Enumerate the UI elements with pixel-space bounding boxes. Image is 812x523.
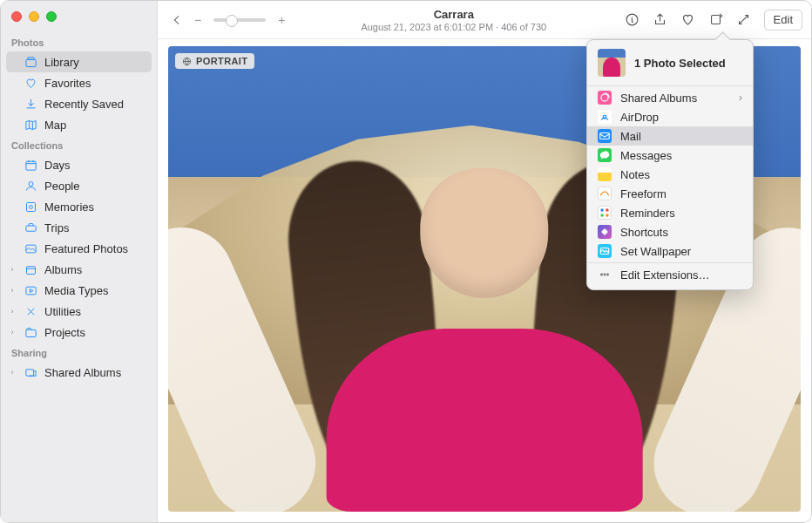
share-item-reminders[interactable]: Reminders xyxy=(587,203,753,222)
zoom-slider[interactable] xyxy=(213,18,266,22)
svg-point-22 xyxy=(606,214,609,217)
disclosure-arrow-icon[interactable]: › xyxy=(8,265,17,274)
share-item-freeform[interactable]: Freeform xyxy=(587,184,753,203)
svg-rect-12 xyxy=(25,369,33,376)
sidebar-section-photos: Photos xyxy=(1,32,157,51)
back-button[interactable] xyxy=(166,10,187,31)
minimize-window-button[interactable] xyxy=(29,11,39,22)
zoom-in-label: + xyxy=(278,13,285,27)
heart-icon xyxy=(24,76,37,90)
extensions-icon xyxy=(598,268,612,282)
share-item-label: Freeform xyxy=(620,187,667,200)
sidebar-item-label: Featured Photos xyxy=(44,242,128,255)
sidebar-item-albums[interactable]: › Albums xyxy=(1,259,157,280)
svg-point-16 xyxy=(601,94,608,101)
favorite-button[interactable] xyxy=(675,8,701,32)
photo-subtitle: August 21, 2023 at 6:01:02 PM · 406 of 7… xyxy=(295,22,612,32)
svg-rect-18 xyxy=(600,133,610,139)
share-item-shortcuts[interactable]: Shortcuts xyxy=(587,222,753,241)
main-content: − + Carrara August 21, 2023 at 6:01:02 P… xyxy=(158,1,811,522)
share-item-notes[interactable]: Notes xyxy=(587,165,753,184)
svg-point-3 xyxy=(29,181,33,186)
sidebar-item-recently-saved[interactable]: Recently Saved xyxy=(1,93,157,114)
share-item-mail[interactable]: Mail xyxy=(587,126,753,146)
svg-point-21 xyxy=(600,214,604,217)
share-item-label: Set Wallpaper xyxy=(620,245,691,258)
people-icon xyxy=(24,179,37,193)
projects-icon xyxy=(24,325,37,339)
sidebar-item-map[interactable]: Map xyxy=(1,114,157,135)
sidebar-item-label: Trips xyxy=(44,221,69,234)
freeform-icon xyxy=(598,187,612,200)
airdrop-icon xyxy=(598,110,612,124)
zoom-window-button[interactable] xyxy=(46,11,57,22)
shortcuts-icon xyxy=(598,225,612,239)
svg-point-26 xyxy=(604,274,606,275)
photos-window: Photos Library Favorites Recently Saved … xyxy=(0,0,812,523)
disclosure-arrow-icon[interactable]: › xyxy=(8,368,17,377)
aperture-icon xyxy=(182,57,192,66)
svg-point-25 xyxy=(601,274,603,275)
library-icon xyxy=(24,55,37,69)
toolbar: − + Carrara August 21, 2023 at 6:01:02 P… xyxy=(158,1,811,39)
sidebar-item-days[interactable]: Days xyxy=(1,154,157,175)
share-button[interactable] xyxy=(647,8,673,32)
calendar-icon xyxy=(24,158,37,172)
photo-title: Carrara xyxy=(295,8,612,21)
share-item-shared-albums[interactable]: Shared Albums › xyxy=(587,88,753,107)
sidebar-item-media-types[interactable]: › Media Types xyxy=(1,280,157,301)
sidebar-section-collections: Collections xyxy=(1,135,157,154)
download-icon xyxy=(24,97,37,111)
sidebar-item-label: Projects xyxy=(44,326,85,339)
sidebar-item-library[interactable]: Library xyxy=(6,51,152,72)
disclosure-arrow-icon[interactable]: › xyxy=(8,328,17,336)
separator xyxy=(587,85,753,86)
sidebar-item-projects[interactable]: › Projects xyxy=(1,322,157,343)
share-item-set-wallpaper[interactable]: Set Wallpaper xyxy=(587,241,753,261)
sidebar-item-label: Memories xyxy=(44,200,94,214)
svg-marker-10 xyxy=(30,289,33,292)
share-popover: 1 Photo Selected Shared Albums › AirDrop… xyxy=(586,39,754,290)
svg-point-5 xyxy=(29,205,32,208)
sidebar: Photos Library Favorites Recently Saved … xyxy=(1,1,158,522)
media-types-icon xyxy=(24,283,37,297)
zoom-out-label: − xyxy=(194,13,201,27)
info-button[interactable] xyxy=(619,8,646,32)
share-item-airdrop[interactable]: AirDrop xyxy=(587,107,753,126)
disclosure-arrow-icon[interactable]: › xyxy=(8,286,17,295)
svg-point-19 xyxy=(600,208,604,212)
share-item-label: Mail xyxy=(620,130,641,143)
sidebar-item-favorites[interactable]: Favorites xyxy=(1,72,157,93)
share-popover-title: 1 Photo Selected xyxy=(634,57,726,70)
svg-rect-1 xyxy=(27,57,34,59)
sidebar-item-memories[interactable]: Memories xyxy=(1,196,157,217)
sidebar-item-shared-albums[interactable]: › Shared Albums xyxy=(1,362,157,383)
edit-button-label: Edit xyxy=(774,13,793,26)
reminders-icon xyxy=(598,206,612,220)
sidebar-item-utilities[interactable]: › Utilities xyxy=(1,301,157,322)
sidebar-item-label: Recently Saved xyxy=(44,98,124,111)
share-item-label: Notes xyxy=(620,168,650,181)
sidebar-item-featured-photos[interactable]: Featured Photos xyxy=(1,238,157,259)
edit-button[interactable]: Edit xyxy=(764,10,802,31)
sidebar-item-trips[interactable]: Trips xyxy=(1,217,157,238)
share-item-label: Shared Albums xyxy=(620,92,697,105)
svg-rect-4 xyxy=(26,202,35,211)
close-window-button[interactable] xyxy=(11,11,22,22)
share-item-messages[interactable]: Messages xyxy=(587,146,753,165)
rotate-button[interactable] xyxy=(703,8,729,32)
separator xyxy=(587,262,753,263)
chevron-right-icon: › xyxy=(739,92,742,104)
svg-rect-23 xyxy=(601,228,608,235)
share-item-label: Edit Extensions… xyxy=(620,268,710,282)
portrait-badge-label: PORTRAIT xyxy=(196,56,247,66)
portrait-badge: PORTRAIT xyxy=(175,53,254,69)
window-controls xyxy=(1,8,157,32)
sidebar-item-people[interactable]: People xyxy=(1,175,157,196)
auto-enhance-button[interactable] xyxy=(731,8,757,32)
share-popover-header: 1 Photo Selected xyxy=(587,47,753,84)
memories-icon xyxy=(24,200,37,214)
share-item-edit-extensions[interactable]: Edit Extensions… xyxy=(587,265,753,284)
disclosure-arrow-icon[interactable]: › xyxy=(8,307,17,316)
share-item-label: Reminders xyxy=(620,207,675,220)
